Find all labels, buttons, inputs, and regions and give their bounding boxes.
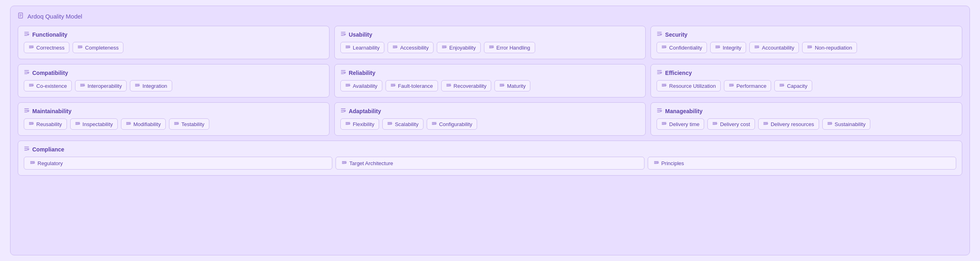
maintainability-title: Maintainability (24, 108, 323, 114)
compliance-item[interactable]: Principles (648, 157, 956, 170)
category-functionality: Functionality Correctness Completeness (18, 26, 329, 59)
compliance-title: Compliance (24, 146, 956, 153)
item-icon (29, 44, 34, 51)
item-icon (387, 121, 392, 127)
list-item[interactable]: Learnability (340, 42, 385, 53)
functionality-items: Correctness Completeness (24, 42, 323, 53)
security-items: Confidentiality Integrity Accountability… (657, 42, 956, 53)
list-item[interactable]: Completeness (73, 42, 123, 53)
list-item[interactable]: Inspectability (70, 118, 118, 130)
item-icon (135, 83, 140, 89)
list-item[interactable]: Accessibility (388, 42, 434, 53)
item-icon (729, 83, 734, 89)
list-item[interactable]: Confidentiality (657, 42, 707, 53)
security-title: Security (657, 31, 956, 38)
list-item[interactable]: Configurability (427, 118, 477, 130)
adaptability-title: Adaptability (340, 108, 640, 114)
list-item[interactable]: Capacity (774, 80, 812, 91)
list-item[interactable]: Delivery time (657, 118, 704, 130)
category-compatibility: Compatibility Co-existence Interoperabil… (18, 64, 329, 97)
list-item[interactable]: Flexibility (340, 118, 379, 130)
item-icon (779, 83, 784, 89)
item-icon (29, 83, 34, 89)
list-item[interactable]: Accountability (749, 42, 799, 53)
list-item[interactable]: Reusability (24, 118, 67, 130)
list-item[interactable]: Enjoyability (437, 42, 481, 53)
item-icon (489, 44, 494, 51)
list-item[interactable]: Testability (169, 118, 209, 130)
efficiency-icon (657, 69, 662, 76)
list-item[interactable]: Modifiability (121, 118, 166, 130)
category-adaptability: Adaptability Flexibility Scalability Con… (334, 102, 646, 136)
manageability-title: Manageability (657, 108, 956, 114)
list-item[interactable]: Sustainability (822, 118, 871, 130)
item-icon (754, 44, 759, 51)
list-item[interactable]: Scalability (382, 118, 423, 130)
item-icon (345, 121, 350, 127)
compliance-items: Regulatory Target Architecture Principle… (24, 157, 956, 170)
compliance-icon (24, 146, 29, 153)
category-security: Security Confidentiality Integrity Accou… (651, 26, 962, 59)
item-icon (661, 44, 667, 51)
list-item[interactable]: Availability (340, 80, 382, 91)
compliance-item[interactable]: Target Architecture (336, 157, 644, 170)
usability-title: Usability (340, 31, 640, 38)
category-manageability: Manageability Delivery time Delivery cos… (651, 102, 962, 136)
list-item[interactable]: Correctness (24, 42, 69, 53)
item-icon (763, 121, 768, 127)
compliance-item-icon (654, 160, 659, 166)
compatibility-items: Co-existence Interoperability Integratio… (24, 80, 323, 91)
category-compliance: Compliance Regulatory Target Architectur… (18, 141, 962, 176)
item-icon (345, 83, 350, 89)
list-item[interactable]: Performance (724, 80, 771, 91)
maintainability-icon (24, 108, 29, 114)
item-icon (661, 83, 667, 89)
list-item[interactable]: Resource Utilization (657, 80, 721, 91)
item-icon (29, 121, 34, 127)
document-icon (18, 12, 24, 20)
security-icon (657, 31, 662, 38)
item-icon (75, 121, 80, 127)
item-icon (390, 83, 396, 89)
item-icon (715, 44, 720, 51)
usability-icon (340, 31, 346, 38)
list-item[interactable]: Fault-tolerance (386, 80, 438, 91)
list-item[interactable]: Error Handling (484, 42, 535, 53)
manageability-icon (657, 108, 662, 114)
category-maintainability: Maintainability Reusability Inspectabili… (18, 102, 329, 136)
list-item[interactable]: Integration (130, 80, 172, 91)
list-item[interactable]: Integrity (710, 42, 746, 53)
maintainability-items: Reusability Inspectability Modifiability… (24, 118, 323, 130)
adaptability-items: Flexibility Scalability Configurability (340, 118, 640, 130)
item-icon (712, 121, 717, 127)
reliability-items: Availability Fault-tolerance Recoverabil… (340, 80, 640, 91)
efficiency-items: Resource Utilization Performance Capacit… (657, 80, 956, 91)
reliability-icon (340, 69, 346, 76)
item-icon (392, 44, 398, 51)
list-item[interactable]: Co-existence (24, 80, 72, 91)
page-title-text: Ardoq Quality Model (27, 13, 82, 20)
compliance-item-icon (30, 160, 35, 166)
category-reliability: Reliability Availability Fault-tolerance… (334, 64, 646, 97)
list-item[interactable]: Recoverability (441, 80, 492, 91)
compatibility-icon (24, 69, 29, 76)
list-item[interactable]: Maturity (494, 80, 530, 91)
item-icon (827, 121, 832, 127)
category-efficiency: Efficiency Resource Utilization Performa… (651, 64, 962, 97)
item-icon (432, 121, 437, 127)
row-1: Compatibility Co-existence Interoperabil… (18, 64, 962, 97)
functionality-icon (24, 31, 29, 38)
item-icon (807, 44, 812, 51)
usability-items: Learnability Accessibility Enjoyability … (340, 42, 640, 53)
list-item[interactable]: Non-repudiation (802, 42, 857, 53)
compliance-row: Compliance Regulatory Target Architectur… (18, 141, 962, 176)
list-item[interactable]: Interoperability (75, 80, 127, 91)
item-icon (174, 121, 179, 127)
list-item[interactable]: Delivery resources (758, 118, 819, 130)
list-item[interactable]: Delivery cost (707, 118, 755, 130)
compliance-item-icon (342, 160, 347, 166)
functionality-title: Functionality (24, 31, 323, 38)
item-icon (661, 121, 667, 127)
compliance-item[interactable]: Regulatory (24, 157, 332, 170)
reliability-title: Reliability (340, 69, 640, 76)
